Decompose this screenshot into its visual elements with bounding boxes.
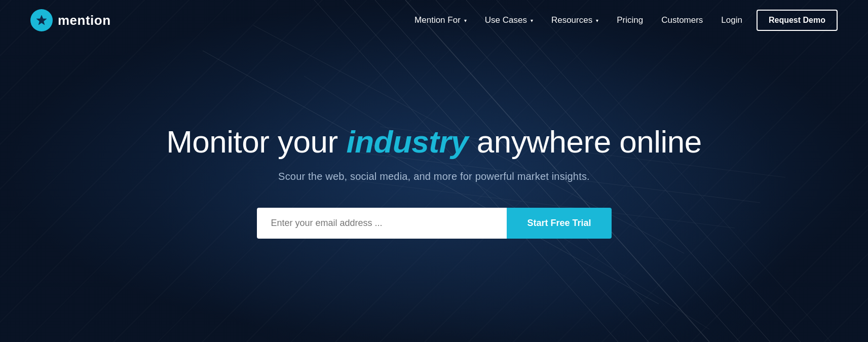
chevron-down-icon: ▾ [531, 18, 533, 23]
hero-title-suffix: anywhere online [468, 124, 702, 159]
logo-text: mention [58, 13, 111, 28]
nav-item-use-cases: Use Cases ▾ [478, 11, 540, 29]
nav-link-customers[interactable]: Customers [654, 11, 710, 29]
hero-title-prefix: Monitor your [166, 124, 346, 159]
nav-link-login[interactable]: Login [714, 11, 749, 29]
nav-link-pricing[interactable]: Pricing [610, 11, 650, 29]
hero-cta-form: Start Free Trial [257, 208, 612, 239]
nav-item-resources: Resources ▾ [544, 11, 606, 29]
start-free-trial-button[interactable]: Start Free Trial [507, 208, 611, 239]
hero-subtitle: Scour the web, social media, and more fo… [278, 171, 590, 182]
nav-link-use-cases[interactable]: Use Cases ▾ [478, 11, 540, 29]
nav-link-mention-for[interactable]: Mention For ▾ [407, 11, 474, 29]
logo-icon [30, 9, 53, 31]
chevron-down-icon: ▾ [464, 18, 467, 23]
nav-link-resources[interactable]: Resources ▾ [544, 11, 606, 29]
navbar: mention Mention For ▾ Use Cases ▾ Resour… [0, 0, 868, 41]
hero-content: Monitor your industry anywhere online Sc… [0, 41, 868, 342]
logo-link[interactable]: mention [30, 9, 111, 31]
request-demo-button[interactable]: Request Demo [757, 10, 838, 31]
email-input[interactable] [257, 208, 507, 239]
chevron-down-icon: ▾ [596, 18, 598, 23]
nav-item-login: Login [714, 11, 749, 29]
nav-item-pricing: Pricing [610, 11, 650, 29]
hero-section: mention Mention For ▾ Use Cases ▾ Resour… [0, 0, 868, 342]
nav-item-customers: Customers [654, 11, 710, 29]
nav-item-mention-for: Mention For ▾ [407, 11, 474, 29]
svg-marker-14 [36, 15, 47, 25]
nav-links: Mention For ▾ Use Cases ▾ Resources ▾ Pr… [407, 11, 749, 29]
hero-title-highlight: industry [346, 124, 468, 159]
hero-title: Monitor your industry anywhere online [166, 124, 702, 160]
